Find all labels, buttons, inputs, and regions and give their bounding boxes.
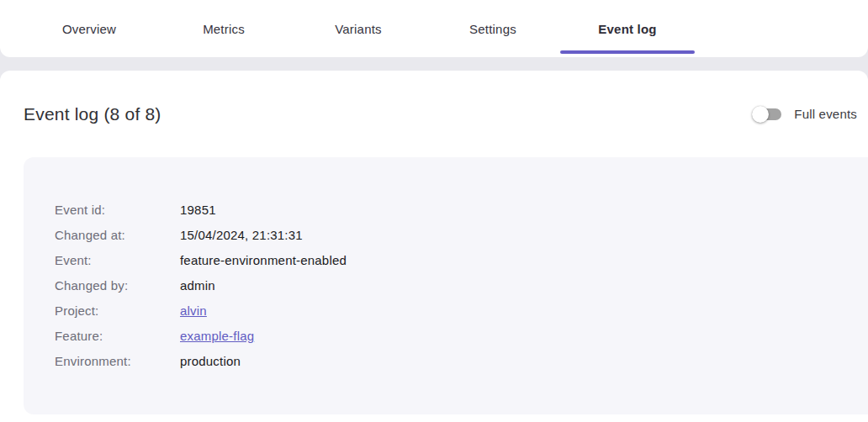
full-events-toggle[interactable]: Full events: [755, 107, 857, 121]
event-detail-card: Event id: 19851 Changed at: 15/04/2024, …: [24, 157, 868, 414]
active-tab-indicator: [560, 50, 695, 54]
event-type-label: Event:: [55, 248, 180, 273]
changed-by-value: admin: [180, 273, 215, 298]
project-label: Project:: [55, 298, 180, 324]
event-row-changed-at: Changed at: 15/04/2024, 21:31:31: [55, 223, 868, 248]
feature-link[interactable]: example-flag: [180, 329, 254, 343]
changed-by-label: Changed by:: [55, 273, 180, 298]
event-id-value: 19851: [180, 198, 216, 223]
tab-event-log-label: Event log: [598, 22, 656, 36]
event-row-project: Project: alvin: [55, 298, 868, 324]
tab-bar: Overview Metrics Variants Settings Event…: [0, 0, 868, 57]
project-link[interactable]: alvin: [180, 303, 207, 318]
tab-event-log[interactable]: Event log: [560, 0, 695, 57]
page-title: Event log (8 of 8): [24, 104, 161, 124]
toggle-label: Full events: [794, 107, 857, 121]
feature-label: Feature:: [55, 324, 180, 349]
event-row-id: Event id: 19851: [55, 198, 868, 223]
event-id-label: Event id:: [55, 198, 180, 223]
changed-at-label: Changed at:: [55, 223, 180, 248]
event-row-event: Event: feature-environment-enabled: [55, 248, 868, 273]
environment-value: production: [180, 349, 241, 374]
tab-overview[interactable]: Overview: [22, 0, 156, 57]
event-row-feature: Feature: example-flag: [55, 324, 868, 349]
tab-settings[interactable]: Settings: [426, 0, 560, 57]
changed-at-value: 15/04/2024, 21:31:31: [180, 223, 303, 248]
event-log-panel: Event log (8 of 8) Full events Event id:…: [0, 71, 868, 422]
toggle-switch-track[interactable]: [755, 108, 781, 120]
environment-label: Environment:: [55, 349, 180, 374]
panel-header: Event log (8 of 8) Full events: [0, 71, 868, 157]
event-row-changed-by: Changed by: admin: [55, 273, 868, 298]
toggle-switch-knob[interactable]: [752, 106, 769, 123]
event-row-environment: Environment: production: [55, 349, 868, 374]
event-type-value: feature-environment-enabled: [180, 248, 347, 273]
tab-variants[interactable]: Variants: [291, 0, 426, 57]
tab-metrics[interactable]: Metrics: [156, 0, 291, 57]
page: Overview Metrics Variants Settings Event…: [0, 0, 868, 422]
